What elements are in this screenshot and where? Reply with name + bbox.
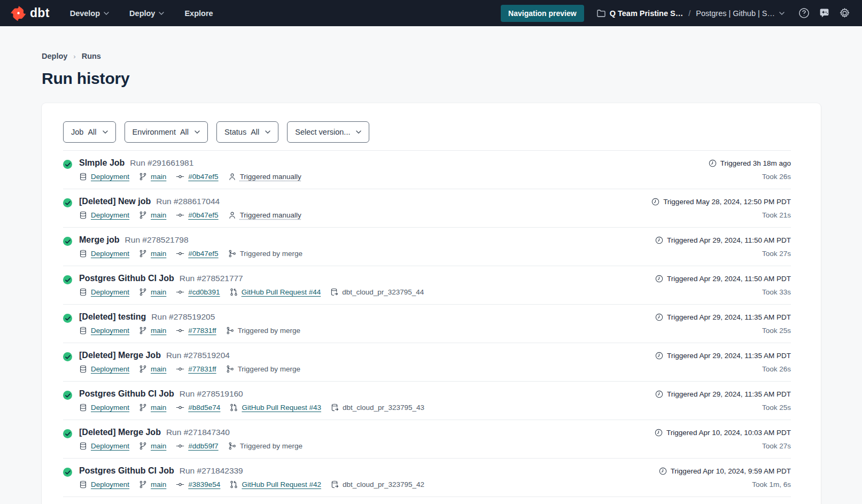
run-row[interactable]: [Deleted] Merge Job Run #278519204 Deplo… <box>63 343 791 382</box>
run-row[interactable]: [Deleted] Merge Job Run #271847340 Deplo… <box>63 420 791 459</box>
chevron-down-icon <box>195 130 200 134</box>
job-name[interactable]: [Deleted] New job <box>79 197 151 206</box>
run-meta-text: main <box>151 173 166 181</box>
run-duration: Took 26s <box>709 173 791 181</box>
triggered-line: Triggered 3h 18m ago <box>709 159 791 167</box>
run-duration: Took 26s <box>655 365 791 373</box>
job-name[interactable]: [Deleted] testing <box>79 312 146 322</box>
run-meta-item[interactable]: Deployment <box>79 173 129 181</box>
run-meta-item[interactable]: Deployment <box>79 327 129 335</box>
triggered-time: Triggered Apr 29, 2024, 11:35 AM PDT <box>667 390 791 398</box>
run-meta-item[interactable]: main <box>139 173 166 181</box>
run-meta-item[interactable]: main <box>139 442 166 450</box>
filter-value: All <box>251 128 259 136</box>
run-meta-item[interactable]: main <box>139 365 166 373</box>
triggered-line: Triggered Apr 29, 2024, 11:35 AM PDT <box>655 352 791 360</box>
breadcrumb-item-runs[interactable]: Runs <box>82 52 101 60</box>
clock-icon <box>655 313 663 321</box>
job-name[interactable]: Merge job <box>79 235 120 245</box>
job-name[interactable]: SImple Job <box>79 158 125 168</box>
breadcrumb-item-deploy[interactable]: Deploy <box>42 52 67 60</box>
nav-item-develop[interactable]: Develop <box>70 9 109 18</box>
run-meta-item: dbt_cloud_pr_323795_44 <box>330 288 424 296</box>
success-status-icon <box>63 429 72 438</box>
run-meta-item[interactable]: GitHub Pull Request #42 <box>230 480 321 489</box>
run-meta-text: Deployment <box>91 480 129 489</box>
settings-gear-icon[interactable] <box>839 7 850 19</box>
project-name[interactable]: Q Team Pristine S… <box>610 9 684 18</box>
job-name[interactable]: [Deleted] Merge Job <box>79 428 161 437</box>
version-filter[interactable]: Select version... <box>287 121 369 143</box>
run-row[interactable]: SImple Job Run #291661981 Deployment <box>63 151 791 189</box>
run-meta-text: main <box>151 442 166 450</box>
status-filter[interactable]: Status All <box>216 121 278 143</box>
run-meta-item[interactable]: #77831ff <box>176 327 216 335</box>
run-meta-item[interactable]: #cd0b391 <box>176 288 220 296</box>
run-meta-item[interactable]: Deployment <box>79 480 129 489</box>
commit-icon <box>176 327 184 335</box>
database-icon <box>79 365 87 373</box>
run-meta-item[interactable]: main <box>139 480 166 489</box>
run-meta-item[interactable]: Deployment <box>79 288 129 296</box>
help-icon[interactable] <box>798 7 810 19</box>
chevron-down-icon <box>356 130 361 134</box>
run-row[interactable]: [Deleted] testing Run #278519205 Deploym… <box>63 305 791 343</box>
run-meta-item[interactable]: main <box>139 211 166 219</box>
success-status-icon <box>63 314 72 323</box>
environment-selector[interactable]: Postgres | Github | S… <box>696 9 775 18</box>
run-meta-item: Triggered by merge <box>226 365 300 373</box>
run-meta-item[interactable]: Deployment <box>79 442 129 450</box>
nav-item-explore[interactable]: Explore <box>184 9 213 18</box>
job-name[interactable]: Postgres Github CI Job <box>79 274 174 283</box>
run-title: Postgres Github CI Job Run #278521777 <box>79 274 424 283</box>
chevron-down-icon[interactable] <box>779 12 785 15</box>
run-meta-item[interactable]: Deployment <box>79 365 129 373</box>
run-meta-item[interactable]: #b8d5e74 <box>176 404 220 412</box>
database-icon <box>79 442 87 450</box>
job-name[interactable]: [Deleted] Merge Job <box>79 351 161 360</box>
run-meta-item[interactable]: main <box>139 327 166 335</box>
run-duration: Took 27s <box>655 442 791 450</box>
run-meta-item[interactable]: GitHub Pull Request #43 <box>230 404 321 412</box>
merge-icon <box>226 365 234 373</box>
run-meta-item[interactable]: #ddb59f7 <box>176 442 218 450</box>
run-meta-item[interactable]: Deployment <box>79 250 129 258</box>
run-row[interactable]: Postgres Github CI Job Run #278519160 De… <box>63 382 791 420</box>
run-meta-item[interactable]: #0b47ef5 <box>176 250 218 258</box>
run-meta-item[interactable]: Deployment <box>79 404 129 412</box>
merge-icon <box>226 327 234 335</box>
run-title: SImple Job Run #291661981 <box>79 158 301 168</box>
job-filter[interactable]: Job All <box>63 121 116 143</box>
environment-filter[interactable]: Environment All <box>125 121 208 143</box>
run-row[interactable]: Postgres Github CI Job Run #271842339 De… <box>63 459 791 497</box>
run-row[interactable]: Postgres Github CI Job Run #278521777 De… <box>63 266 791 305</box>
nav-item-deploy[interactable]: Deploy <box>129 9 164 18</box>
run-meta-item[interactable]: main <box>139 288 166 296</box>
run-meta-text: Triggered by merge <box>240 250 302 258</box>
run-meta-item[interactable]: #3839e54 <box>176 480 220 489</box>
run-meta-text: Triggered manually <box>240 173 301 181</box>
user-icon <box>228 173 236 181</box>
run-row[interactable]: Merge job Run #278521798 Deployment <box>63 228 791 266</box>
run-meta-text: main <box>151 211 166 219</box>
run-meta-item[interactable]: #0b47ef5 <box>176 211 218 219</box>
dbt-logo-text: dbt <box>30 6 50 20</box>
run-meta-item[interactable]: main <box>139 404 166 412</box>
feedback-icon[interactable] <box>819 7 830 19</box>
run-number: Run #278521798 <box>125 235 189 245</box>
nav-icon-group <box>798 7 850 19</box>
run-meta-item[interactable]: #0b47ef5 <box>176 173 218 181</box>
run-meta-item[interactable]: main <box>139 250 166 258</box>
run-duration: Took 33s <box>655 288 791 296</box>
run-row[interactable]: [Deleted] New job Run #288617044 Deploym… <box>63 189 791 228</box>
commit-icon <box>176 211 184 219</box>
run-meta-item[interactable]: Deployment <box>79 211 129 219</box>
job-name[interactable]: Postgres Github CI Job <box>79 389 174 399</box>
run-meta-item[interactable]: #77831ff <box>176 365 216 373</box>
dbt-logo[interactable]: dbt <box>11 5 50 21</box>
run-number: Run #278521777 <box>180 274 243 283</box>
navigation-preview-button[interactable]: Navigation preview <box>501 5 584 22</box>
run-meta-item[interactable]: GitHub Pull Request #44 <box>230 288 321 296</box>
job-name[interactable]: Postgres Github CI Job <box>79 466 174 476</box>
breadcrumb: › Deploy › Runs <box>42 52 821 60</box>
